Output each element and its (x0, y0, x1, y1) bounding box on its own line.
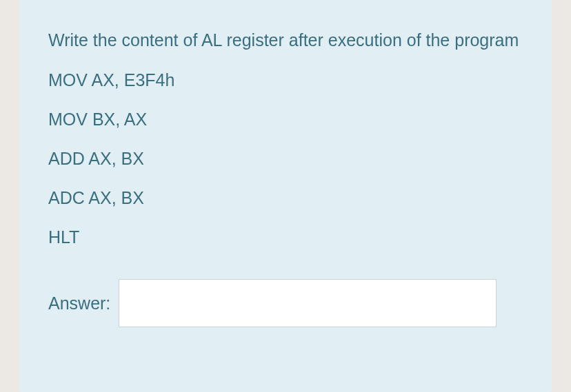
code-line: HLT (48, 229, 523, 246)
answer-input[interactable] (119, 279, 497, 327)
answer-row: Answer: (48, 279, 523, 327)
code-line: MOV BX, AX (48, 111, 523, 128)
answer-label: Answer: (48, 293, 110, 313)
code-line: ADC AX, BX (48, 189, 523, 207)
code-line: MOV AX, E3F4h (48, 72, 523, 89)
question-prompt: Write the content of AL register after e… (48, 28, 523, 52)
question-card: Write the content of AL register after e… (19, 0, 552, 392)
code-line: ADD AX, BX (48, 150, 523, 167)
